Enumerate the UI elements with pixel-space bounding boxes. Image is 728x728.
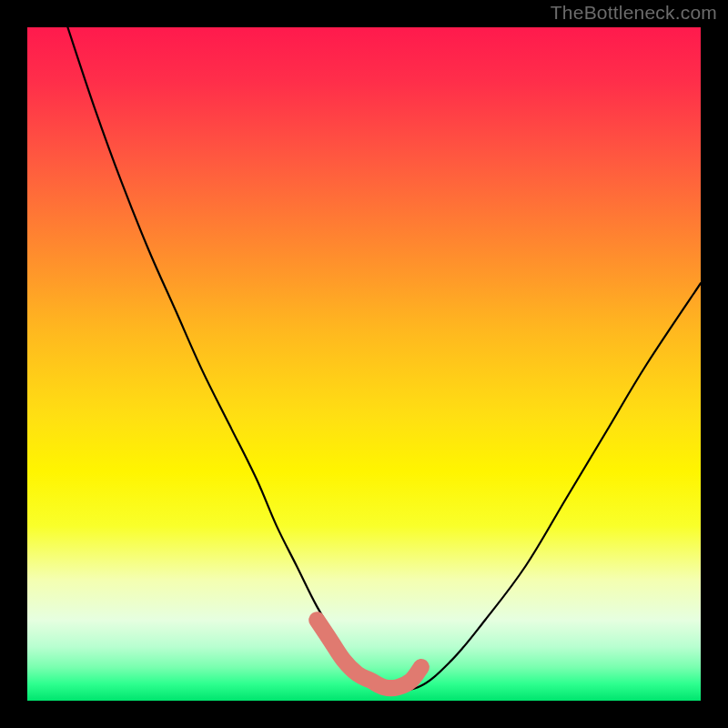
watermark-text: TheBottleneck.com: [551, 2, 717, 24]
curve-layer: [27, 27, 701, 701]
bottleneck-curve: [67, 27, 701, 691]
plot-area: [27, 27, 701, 701]
highlight-band: [317, 620, 421, 688]
chart-frame: TheBottleneck.com: [0, 0, 728, 728]
